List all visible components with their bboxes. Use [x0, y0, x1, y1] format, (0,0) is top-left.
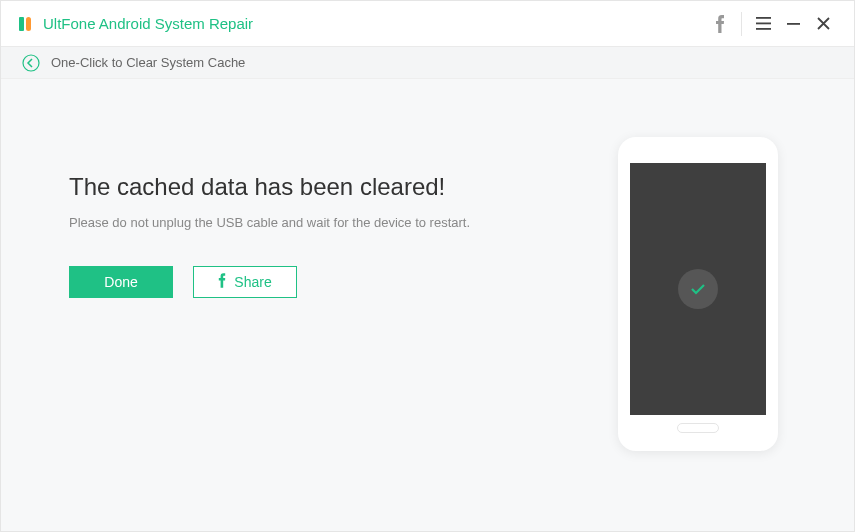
checkmark-circle: [678, 269, 718, 309]
phone-home-button: [677, 423, 719, 433]
back-button[interactable]: [21, 53, 41, 73]
checkmark-icon: [688, 279, 708, 299]
svg-rect-3: [756, 23, 771, 25]
close-button[interactable]: [808, 9, 838, 39]
content-area: The cached data has been cleared! Please…: [1, 79, 854, 531]
svg-rect-1: [26, 17, 31, 31]
done-button[interactable]: Done: [69, 266, 173, 298]
minimize-button[interactable]: [778, 9, 808, 39]
left-content: The cached data has been cleared! Please…: [69, 109, 598, 501]
share-button[interactable]: Share: [193, 266, 297, 298]
phone-screen: [630, 163, 766, 415]
app-logo-icon: [17, 15, 35, 33]
page-subtext: Please do not unplug the USB cable and w…: [69, 215, 598, 230]
title-bar-controls: [705, 9, 838, 39]
app-title: UltFone Android System Repair: [43, 15, 705, 32]
menu-icon[interactable]: [748, 9, 778, 39]
facebook-share-icon: [218, 273, 226, 291]
share-button-label: Share: [234, 274, 271, 290]
phone-mockup: [618, 137, 778, 451]
app-window: UltFone Android System Repair: [0, 0, 855, 532]
facebook-icon[interactable]: [705, 9, 735, 39]
done-button-label: Done: [104, 274, 137, 290]
svg-rect-5: [787, 23, 800, 25]
svg-point-6: [23, 55, 39, 71]
right-content: [598, 109, 798, 501]
svg-rect-4: [756, 28, 771, 30]
breadcrumb-text: One-Click to Clear System Cache: [51, 55, 245, 70]
button-row: Done Share: [69, 266, 598, 298]
divider: [741, 12, 742, 36]
svg-rect-2: [756, 17, 771, 19]
page-heading: The cached data has been cleared!: [69, 173, 598, 201]
title-bar: UltFone Android System Repair: [1, 1, 854, 47]
svg-rect-0: [19, 17, 24, 31]
breadcrumb-bar: One-Click to Clear System Cache: [1, 47, 854, 79]
